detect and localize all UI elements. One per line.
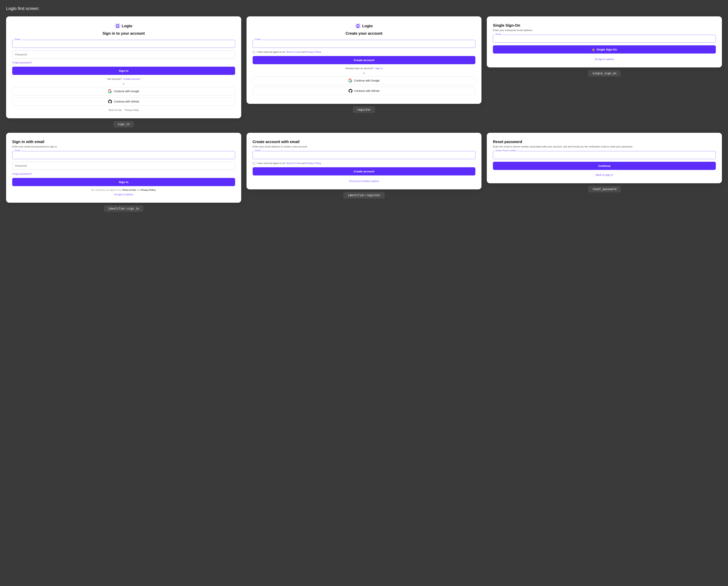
footer-links: Terms of Use Privacy Policy bbox=[12, 109, 235, 112]
reset-password-card-wrapper: Reset password Enter the email or phone … bbox=[487, 133, 722, 212]
identifier-sign-in-subtext: Enter your email and password to sign in… bbox=[12, 145, 235, 148]
create-account-link[interactable]: Create account bbox=[123, 77, 140, 80]
identifier-register-terms-checkbox-row: I have read and agree to our Terms of Us… bbox=[253, 162, 475, 165]
sso-email-input[interactable] bbox=[493, 35, 716, 43]
identifier-register-email-input-group: Email bbox=[253, 151, 475, 159]
register-logo-row: Logto bbox=[253, 23, 475, 29]
google-icon bbox=[108, 89, 112, 93]
identifier-register-terms-link[interactable]: Terms of Use bbox=[286, 162, 301, 165]
sso-card-wrapper: Single Sign-On Enter your enterprise ema… bbox=[487, 16, 722, 127]
identifier-register-card: Create account with email Enter your ema… bbox=[246, 133, 482, 189]
register-terms-link[interactable]: Terms of Use bbox=[286, 50, 301, 53]
continue-text: By continuing, you agree to our bbox=[92, 189, 122, 191]
register-privacy-link[interactable]: Privacy Policy bbox=[306, 50, 321, 53]
identifier-sign-in-email-input[interactable] bbox=[12, 151, 235, 159]
identifier-sign-in-label: identifier:sign_in bbox=[104, 205, 144, 212]
sso-subtext: Enter your enterprise email address. bbox=[493, 29, 716, 32]
sso-btn-label: Single Sign-On bbox=[596, 48, 617, 51]
reset-password-email-phone-input[interactable] bbox=[493, 151, 716, 159]
identifier-register-terms-checkbox[interactable] bbox=[253, 162, 255, 165]
email-input-group: Email bbox=[12, 40, 235, 48]
terms-text: I have read and agree to our Terms of Us… bbox=[257, 50, 321, 53]
page-title: Logto first screen: bbox=[6, 6, 722, 11]
register-github-btn-label: Continue with GitHub bbox=[354, 89, 380, 92]
identifier-sign-in-card: Sign in with email Enter your email and … bbox=[6, 133, 241, 203]
identifier-register-create-account-button[interactable]: Create account bbox=[253, 167, 475, 175]
sign-in-button[interactable]: Sign In bbox=[12, 67, 235, 75]
email-label: Email bbox=[14, 38, 21, 41]
terms-link[interactable]: Terms of Use bbox=[108, 109, 122, 112]
identifier-register-email-input[interactable] bbox=[253, 151, 475, 159]
sso-label: single_sign_on bbox=[588, 70, 620, 77]
already-account-row: Already have an account? Sign in bbox=[253, 67, 475, 70]
register-divider-or: or bbox=[253, 72, 475, 74]
sign-in-card-wrapper: Logto Sign in to your account Email Forg… bbox=[6, 16, 241, 127]
reset-password-subtext: Enter the email or phone number associat… bbox=[493, 145, 716, 148]
register-google-icon bbox=[348, 79, 352, 82]
lock-icon: 🔒 bbox=[592, 48, 595, 51]
sign-in-card: Logto Sign in to your account Email Forg… bbox=[6, 16, 241, 118]
identifier-sign-in-card-wrapper: Sign in with email Enter your email and … bbox=[6, 133, 241, 212]
identifier-register-all-options-link[interactable]: All account creation options bbox=[253, 180, 475, 182]
identifier-sign-in-heading: Sign in with email bbox=[12, 140, 235, 144]
identifier-register-label: identifier:register bbox=[343, 192, 385, 198]
sso-heading: Single Sign-On bbox=[493, 23, 716, 28]
sso-all-options-link[interactable]: All sign-in options bbox=[493, 58, 716, 60]
register-github-button[interactable]: Continue with GitHub bbox=[253, 87, 475, 95]
reset-password-email-phone-input-group: Email / Phone number bbox=[493, 151, 716, 159]
logto-logo-icon bbox=[115, 23, 120, 29]
already-account-text: Already have an account? bbox=[345, 67, 374, 70]
identifier-register-privacy-link[interactable]: Privacy Policy bbox=[306, 162, 321, 165]
divider-or: or bbox=[12, 82, 235, 85]
github-sign-in-button[interactable]: Continue with GitHub bbox=[12, 97, 235, 106]
register-email-input[interactable] bbox=[253, 40, 475, 48]
identifier-register-subtext: Enter your email address to create a new… bbox=[253, 145, 475, 148]
identifier-register-terms-text: I have read and agree to our Terms of Us… bbox=[257, 162, 321, 165]
register-card: Logto Create your account Email I have r… bbox=[246, 16, 482, 104]
register-email-input-group: Email bbox=[253, 40, 475, 48]
github-icon bbox=[108, 100, 112, 103]
svg-rect-3 bbox=[117, 25, 118, 27]
sso-button[interactable]: 🔒 Single Sign-On bbox=[493, 45, 716, 53]
register-logto-logo-icon bbox=[355, 23, 361, 29]
logo-text: Logto bbox=[122, 24, 132, 28]
forgot-password-link[interactable]: Forgot password? bbox=[12, 61, 235, 64]
privacy-link[interactable]: Privacy Policy bbox=[125, 109, 139, 112]
svg-rect-7 bbox=[357, 25, 359, 27]
reset-password-heading: Reset password bbox=[493, 140, 716, 144]
sso-email-input-group: Email bbox=[493, 35, 716, 43]
identifier-sign-in-email-input-group: Email bbox=[12, 151, 235, 159]
identifier-all-options-link[interactable]: All sign-in options bbox=[12, 193, 235, 196]
sign-in-label: sign_in bbox=[113, 121, 134, 127]
identifier-sign-in-button[interactable]: Sign In bbox=[12, 178, 235, 186]
reset-password-continue-button[interactable]: Continue bbox=[493, 162, 716, 170]
identifier-terms-link[interactable]: Terms of Use bbox=[123, 189, 136, 191]
register-google-button[interactable]: Continue with Google bbox=[253, 76, 475, 85]
reset-password-field-label: Email / Phone number bbox=[495, 149, 517, 152]
identifier-sign-in-password-input[interactable] bbox=[12, 162, 235, 170]
github-btn-label: Continue with GitHub bbox=[114, 100, 139, 103]
terms-checkbox[interactable] bbox=[253, 51, 255, 53]
password-input[interactable] bbox=[12, 50, 235, 58]
register-card-wrapper: Logto Create your account Email I have r… bbox=[246, 16, 482, 127]
register-github-icon bbox=[348, 89, 353, 93]
email-input[interactable] bbox=[12, 40, 235, 48]
register-logo-text: Logto bbox=[362, 24, 373, 28]
reset-password-back-link[interactable]: Back to sign in bbox=[493, 173, 716, 176]
identifier-privacy-link[interactable]: Privacy Policy bbox=[141, 189, 156, 191]
no-account-row: Not account? Create account bbox=[12, 77, 235, 80]
register-create-account-button[interactable]: Create account bbox=[253, 56, 475, 64]
register-label: register bbox=[353, 106, 375, 113]
register-google-btn-label: Continue with Google bbox=[354, 79, 380, 82]
terms-checkbox-row: I have read and agree to our Terms of Us… bbox=[253, 50, 475, 53]
sso-email-label: Email bbox=[495, 33, 502, 35]
register-email-label: Email bbox=[255, 38, 261, 41]
sign-in-heading: Sign in to your account bbox=[12, 31, 235, 35]
register-heading: Create your account bbox=[253, 31, 475, 35]
google-sign-in-button[interactable]: Continue with Google bbox=[12, 87, 235, 95]
continue-text-row: By continuing, you agree to our Terms of… bbox=[12, 189, 235, 191]
register-sign-in-link[interactable]: Sign in bbox=[375, 67, 383, 70]
logo-row: Logto bbox=[12, 23, 235, 29]
identifier-forgot-password-link[interactable]: Forgot password? bbox=[12, 172, 235, 175]
identifier-register-email-label: Email bbox=[255, 149, 261, 152]
